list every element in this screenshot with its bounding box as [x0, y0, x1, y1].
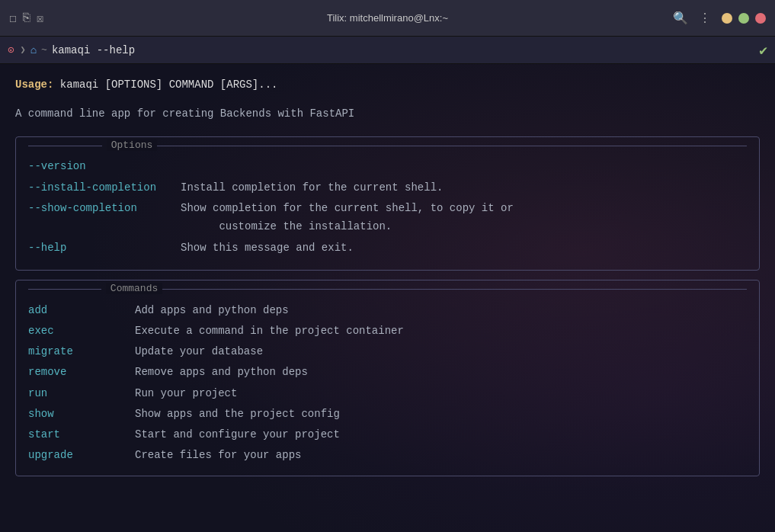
command-start-key: start [28, 425, 135, 444]
option-show-key: --show-completion [28, 200, 181, 218]
command-show-desc: Show apps and the project config [135, 405, 340, 424]
option-version-key: --version [28, 158, 181, 176]
add-terminal-icon[interactable]: ☐ [9, 11, 17, 26]
window-title: Tilix: mitchellmirano@Lnx:~ [327, 12, 448, 24]
menu-icon[interactable]: ⋮ [699, 11, 711, 26]
usage-label: Usage: [15, 79, 53, 91]
option-version-row: --version [28, 158, 747, 176]
command-show-key: show [28, 405, 135, 424]
usage-line: Usage: kamaqi [OPTIONS] COMMAND [ARGS]..… [15, 76, 760, 93]
command-migrate-desc: Update your database [135, 342, 263, 361]
commands-section: Commands add Add apps and python deps ex… [15, 280, 760, 477]
option-help-key: --help [28, 239, 181, 258]
terminal-content: Usage: kamaqi [OPTIONS] COMMAND [ARGS]..… [15, 76, 760, 476]
option-help-desc: Show this message and exit. [181, 239, 354, 258]
tilde-separator: ~ [41, 44, 47, 56]
traffic-lights [722, 13, 766, 24]
option-help-row: --help Show this message and exit. [28, 239, 747, 258]
options-section: Options --version --install-completion I… [15, 136, 760, 271]
home-icon: ⌂ [30, 44, 37, 56]
command-remove-desc: Remove apps and python deps [135, 363, 308, 382]
commands-section-header: Commands [28, 284, 747, 295]
breadcrumb-arrow: ❯ [20, 44, 25, 56]
close-button[interactable] [755, 13, 766, 24]
command-add-key: add [28, 301, 135, 320]
terminal-window: Usage: kamaqi [OPTIONS] COMMAND [ARGS]..… [0, 64, 775, 532]
status-check-icon: ✔ [759, 43, 767, 59]
tabbar-right: ✔ [759, 42, 767, 59]
maximize-button[interactable] [738, 13, 749, 24]
command-start-row: start Start and configure your project [28, 425, 747, 444]
split-terminal-icon[interactable]: ☒ [37, 11, 44, 26]
option-install-row: --install-completion Install completion … [28, 179, 747, 197]
tab-command-text: kamaqi --help [52, 44, 135, 56]
commands-title: Commands [106, 283, 162, 294]
usage-command-text: kamaqi [OPTIONS] COMMAND [ARGS]... [60, 79, 278, 91]
command-run-row: run Run your project [28, 384, 747, 403]
command-upgrade-desc: Create files for your apps [135, 446, 301, 465]
command-add-desc: Add apps and python deps [135, 301, 289, 320]
option-install-key: --install-completion [28, 179, 181, 197]
tabbar: ⊙ ❯ ⌂ ~ kamaqi --help ✔ [0, 37, 775, 64]
titlebar: ☐ ⎘ ☒ Tilix: mitchellmirano@Lnx:~ 🔍 ⋮ [0, 0, 775, 37]
command-show-row: show Show apps and the project config [28, 405, 747, 424]
command-remove-key: remove [28, 363, 135, 382]
command-migrate-key: migrate [28, 342, 135, 361]
command-run-desc: Run your project [135, 384, 237, 403]
command-remove-row: remove Remove apps and python deps [28, 363, 747, 382]
option-show-desc: Show completion for the current shell, t… [181, 200, 514, 236]
command-exec-row: exec Execute a command in the project co… [28, 322, 747, 341]
search-icon[interactable]: 🔍 [673, 11, 688, 26]
option-show-row: --show-completion Show completion for th… [28, 200, 747, 236]
detach-terminal-icon[interactable]: ⎘ [23, 11, 30, 25]
command-exec-desc: Execute a command in the project contain… [135, 322, 404, 341]
option-install-desc: Install completion for the current shell… [181, 179, 443, 197]
titlebar-right: 🔍 ⋮ [673, 11, 766, 26]
command-upgrade-row: upgrade Create files for your apps [28, 446, 747, 465]
options-section-header: Options [28, 140, 747, 152]
command-exec-key: exec [28, 322, 135, 341]
command-run-key: run [28, 384, 135, 403]
command-upgrade-key: upgrade [28, 446, 135, 465]
ubuntu-icon: ⊙ [8, 43, 14, 56]
minimize-button[interactable] [722, 13, 732, 24]
command-add-row: add Add apps and python deps [28, 301, 747, 320]
titlebar-left: ☐ ⎘ ☒ [9, 11, 43, 26]
command-migrate-row: migrate Update your database [28, 342, 747, 361]
options-title: Options [107, 139, 158, 151]
command-start-desc: Start and configure your project [135, 425, 340, 444]
app-description: A command line app for creating Backends… [15, 105, 760, 122]
